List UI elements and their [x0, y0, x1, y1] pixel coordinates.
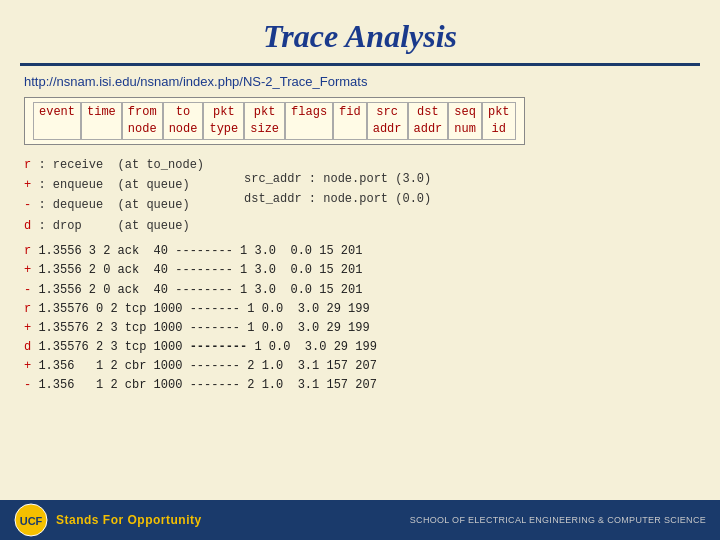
src-dst-info: src_addr : node.port (3.0) dst_addr : no…: [244, 169, 431, 237]
col-fid: fid: [333, 102, 367, 140]
ucf-logo: UCF: [14, 503, 48, 537]
page: Trace Analysis http://nsnam.isi.edu/nsna…: [0, 0, 720, 540]
title-area: Trace Analysis: [20, 0, 700, 66]
main-content: http://nsnam.isi.edu/nsnam/index.php/NS-…: [0, 66, 720, 540]
trace-line-5: + 1.35576 2 3 tcp 1000 ------- 1 0.0 3.0…: [24, 319, 696, 338]
dst-addr-info: dst_addr : node.port (0.0): [244, 189, 431, 209]
col-to-node: tonode: [163, 102, 204, 140]
trace-data-section: r 1.3556 3 2 ack 40 -------- 1 3.0 0.0 1…: [24, 242, 696, 396]
col-time: time: [81, 102, 122, 140]
src-addr-info: src_addr : node.port (3.0): [244, 169, 431, 189]
stands-for-text: Stands For Opportunity: [56, 513, 202, 527]
col-dst-addr: dstaddr: [408, 102, 449, 140]
legend-d: d : drop (at queue): [24, 216, 204, 236]
svg-text:UCF: UCF: [20, 515, 43, 527]
trace-format-table: event time fromnode tonode pkttype pktsi…: [24, 97, 525, 145]
trace-line-7: + 1.356 1 2 cbr 1000 ------- 2 1.0 3.1 1…: [24, 357, 696, 376]
col-flags: flags: [285, 102, 333, 140]
trace-line-1: r 1.3556 3 2 ack 40 -------- 1 3.0 0.0 1…: [24, 242, 696, 261]
url-reference: http://nsnam.isi.edu/nsnam/index.php/NS-…: [24, 74, 696, 89]
trace-line-3: - 1.3556 2 0 ack 40 -------- 1 3.0 0.0 1…: [24, 281, 696, 300]
col-pkt-id: pktid: [482, 102, 516, 140]
legend-plus: + : enqueue (at queue): [24, 175, 204, 195]
col-pkt-size: pktsize: [244, 102, 285, 140]
event-legend: r : receive (at to_node) + : enqueue (at…: [24, 155, 204, 237]
col-pkt-type: pkttype: [203, 102, 244, 140]
footer-dept: SCHOOL OF ELECTRICAL ENGINEERING & COMPU…: [410, 515, 706, 525]
legend-r: r : receive (at to_node): [24, 155, 204, 175]
col-src-addr: srcaddr: [367, 102, 408, 140]
trace-line-6: d 1.35576 2 3 tcp 1000 -------- 1 0.0 3.…: [24, 338, 696, 357]
footer-left: UCF Stands For Opportunity: [14, 503, 202, 537]
col-from-node: fromnode: [122, 102, 163, 140]
col-event: event: [33, 102, 81, 140]
legend-and-src-section: r : receive (at to_node) + : enqueue (at…: [24, 155, 696, 237]
page-title: Trace Analysis: [20, 18, 700, 55]
trace-line-4: r 1.35576 0 2 tcp 1000 ------- 1 0.0 3.0…: [24, 300, 696, 319]
legend-minus: - : dequeue (at queue): [24, 195, 204, 215]
trace-line-2: + 1.3556 2 0 ack 40 -------- 1 3.0 0.0 1…: [24, 261, 696, 280]
trace-line-8: - 1.356 1 2 cbr 1000 ------- 2 1.0 3.1 1…: [24, 376, 696, 395]
col-seq-num: seqnum: [448, 102, 482, 140]
trace-header-row: event time fromnode tonode pkttype pktsi…: [33, 102, 516, 140]
footer: UCF Stands For Opportunity SCHOOL OF ELE…: [0, 500, 720, 540]
